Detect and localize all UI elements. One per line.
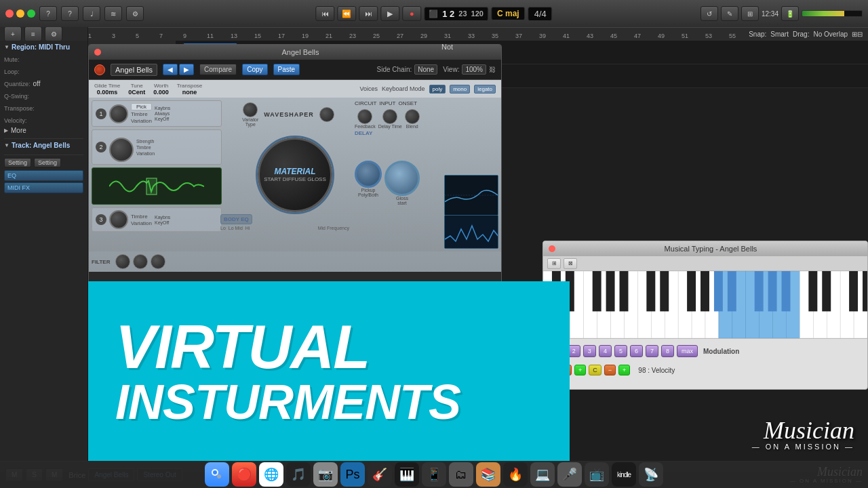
body-eq-label: BODY EQ <box>220 214 252 224</box>
rk4-knob[interactable] <box>355 161 382 188</box>
close-button[interactable] <box>5 9 14 18</box>
dock-logic[interactable]: 🎹 <box>395 462 419 487</box>
rs-knob[interactable] <box>319 107 334 122</box>
midi-fx-button[interactable]: MIDI FX <box>4 182 83 193</box>
add-track-icon[interactable]: + <box>4 26 22 41</box>
variator-sm-knob[interactable] <box>243 102 258 117</box>
copy-button[interactable]: Copy <box>242 64 267 75</box>
prev-preset-button[interactable]: ◀ <box>163 64 178 75</box>
mod-key-8[interactable]: 8 <box>661 345 674 357</box>
limit-row: CIRCUIT INPUT ONSET <box>352 98 501 109</box>
dock-itunes[interactable]: 🎵 <box>286 462 311 487</box>
dock-photoshop[interactable]: Ps <box>340 462 365 487</box>
edit-icon[interactable]: ✎ <box>721 6 738 21</box>
plus-key-v[interactable]: + <box>618 365 630 375</box>
dock-chrome[interactable]: 🌐 <box>259 462 283 487</box>
mod-key-max[interactable]: max <box>677 345 698 357</box>
cpu-icon[interactable]: ≋ <box>104 6 122 21</box>
tune-value[interactable]: 0Cent <box>128 89 145 96</box>
separator1 <box>4 138 83 139</box>
rk1-knob[interactable] <box>357 109 372 124</box>
dock-finder[interactable] <box>205 462 229 487</box>
rk5-knob[interactable] <box>384 161 420 196</box>
obj-pick-button[interactable]: Pick <box>131 103 152 110</box>
settings2-icon[interactable]: ⚙ <box>45 26 62 41</box>
eq-button[interactable]: EQ <box>4 170 83 181</box>
dock-signal[interactable]: 📡 <box>639 462 663 487</box>
mod-key-7[interactable]: 7 <box>646 345 658 357</box>
poly-button[interactable]: poly <box>429 85 446 94</box>
worth-value[interactable]: 0.000 <box>153 89 169 96</box>
filter-knob-2[interactable] <box>133 254 148 269</box>
dock-computer[interactable]: 💻 <box>530 462 555 487</box>
list-icon[interactable]: ≡ <box>24 26 42 41</box>
quantize-label: Quantize: <box>4 81 31 87</box>
rewind-button[interactable]: ⏮ <box>315 6 334 21</box>
mod-key-4[interactable]: 4 <box>599 345 612 357</box>
transpose-param-value[interactable]: none <box>182 89 197 96</box>
dock-camera[interactable]: 📷 <box>313 462 338 487</box>
next-preset-button[interactable]: ▶ <box>179 64 194 75</box>
modulation-label: Modulation <box>703 348 739 355</box>
dock-app1[interactable]: 🎸 <box>368 462 392 487</box>
fast-back-button[interactable]: ⏪ <box>337 6 356 21</box>
help-icon[interactable]: ? <box>61 6 79 21</box>
mod-key-5[interactable]: 5 <box>614 345 627 357</box>
note-key-c[interactable]: C <box>589 365 601 375</box>
plus-key-x[interactable]: + <box>574 365 586 375</box>
revert-icon[interactable]: ↺ <box>701 6 718 21</box>
obj-knob-2[interactable] <box>109 138 134 162</box>
dock-kindle[interactable]: kindle <box>612 462 636 487</box>
typing-ctrl-2[interactable]: ⊠ <box>564 258 577 269</box>
metronome-icon[interactable]: ♩ <box>83 6 100 21</box>
obj-knob-1[interactable] <box>109 104 128 123</box>
rk2-knob[interactable] <box>382 109 397 124</box>
dock-books[interactable]: 📚 <box>476 462 500 487</box>
dock-tv[interactable]: 📺 <box>585 462 609 487</box>
level-meter <box>802 10 863 17</box>
mute-row: Mute: <box>4 54 83 64</box>
setting-button[interactable]: Setting <box>4 158 31 167</box>
mod-key-6[interactable]: 6 <box>630 345 643 357</box>
filter-knob-1[interactable] <box>115 254 130 269</box>
inst-close-button[interactable] <box>94 49 101 56</box>
dock-browser[interactable]: 🔴 <box>232 462 256 487</box>
position-display: ⬛ 1 2 23 120 <box>424 7 488 21</box>
dock-mic[interactable]: 🎤 <box>557 462 582 487</box>
compare-button[interactable]: Compare <box>199 64 237 75</box>
crop-icon[interactable]: ⊞ <box>741 6 759 21</box>
obj-knob-3[interactable] <box>109 210 128 229</box>
legato-button[interactable]: legato <box>474 85 496 94</box>
rk3-knob[interactable] <box>405 109 420 124</box>
maximize-button[interactable] <box>27 9 35 18</box>
mono-button[interactable]: mono <box>450 85 470 94</box>
obj-info-2: Strength Timbre Variation <box>136 139 155 156</box>
paste-button[interactable]: Paste <box>273 64 300 75</box>
setting2-button[interactable]: Setting <box>34 158 61 167</box>
svg-rect-30 <box>593 271 601 311</box>
dock-files[interactable]: 🗂 <box>449 462 473 487</box>
preset-dropdown[interactable]: Angel Bells <box>111 64 157 76</box>
glide-time-value[interactable]: 0.00ms <box>97 89 118 96</box>
dock-phone[interactable]: 📱 <box>422 462 446 487</box>
view-pct[interactable]: 100% <box>462 64 486 75</box>
record-button[interactable]: ● <box>402 6 421 21</box>
mod-key-3[interactable]: 3 <box>583 345 596 357</box>
typing-ctrl-1[interactable]: ⊞ <box>547 258 561 269</box>
play-button[interactable]: ▶ <box>380 6 399 21</box>
ruler-mark-45: 45 <box>610 33 617 39</box>
ruler-mark-33: 33 <box>468 33 475 39</box>
snap-value[interactable]: Smart <box>770 30 789 38</box>
skip-back-button[interactable]: ⏭ <box>359 6 378 21</box>
typing-close-button[interactable] <box>549 245 555 252</box>
filter-knob-3[interactable] <box>151 254 165 269</box>
minimize-button[interactable] <box>16 9 24 18</box>
sidechain-dropdown[interactable]: None <box>414 64 437 75</box>
question-icon[interactable]: ? <box>39 6 57 21</box>
type-label: Type <box>245 122 256 127</box>
dock-fire[interactable]: 🔥 <box>503 462 528 487</box>
settings-icon[interactable]: ⚙ <box>126 6 144 21</box>
drag-value[interactable]: No Overlap <box>813 30 848 38</box>
minus-key2[interactable]: − <box>604 365 616 375</box>
power-button[interactable] <box>94 64 105 75</box>
